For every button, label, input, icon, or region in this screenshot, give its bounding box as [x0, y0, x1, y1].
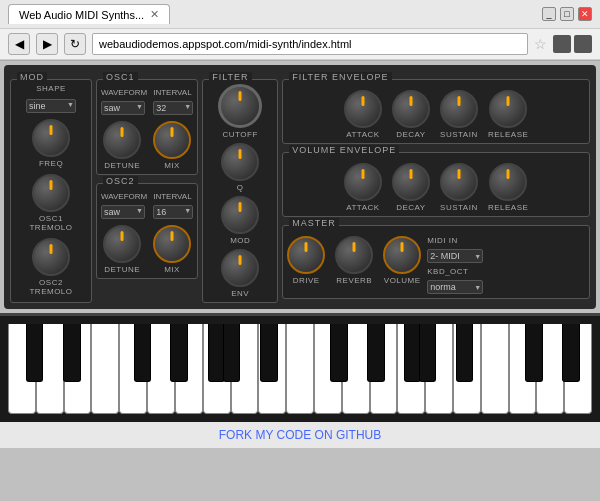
- fenv-decay-container: DECAY: [392, 90, 430, 139]
- synth-main-row: MOD SHAPE sine FREQ OSC1 TREMOLO: [10, 71, 590, 303]
- osc1-header: WAVEFORM saw INTERVAL 32: [101, 84, 193, 115]
- fenv-release-container: RELEASE: [488, 90, 528, 139]
- fenv-sustain-label: SUSTAIN: [440, 130, 478, 139]
- osc2-tremolo-container: OSC2 TREMOLO: [29, 238, 72, 296]
- fenv-decay-label: DECAY: [396, 130, 425, 139]
- right-panel: FILTER ENVELOPE ATTACK DECAY SUSTAIN: [282, 71, 590, 303]
- master-selects: MIDI IN 2- MIDI KBD_OCT norma: [427, 236, 483, 294]
- reverb-knob[interactable]: [335, 236, 373, 274]
- fenv-release-knob[interactable]: [489, 90, 527, 128]
- shape-select[interactable]: sine: [26, 99, 76, 113]
- osc1-tremolo-knob[interactable]: [32, 174, 70, 212]
- venv-sustain-container: SUSTAIN: [440, 163, 478, 212]
- osc1-waveform-group: WAVEFORM saw: [101, 88, 147, 115]
- osc1-mix-label: MIX: [164, 161, 180, 170]
- osc1-detune-knob[interactable]: [103, 121, 141, 159]
- kbd-oct-wrapper: norma: [427, 280, 483, 294]
- midi-in-wrapper: 2- MIDI: [427, 249, 483, 263]
- black-key-cs4b[interactable]: [223, 324, 241, 382]
- venv-attack-knob[interactable]: [344, 163, 382, 201]
- q-container: Q: [221, 143, 259, 192]
- midi-in-select[interactable]: 2- MIDI: [427, 249, 483, 263]
- black-key-cs5[interactable]: [419, 324, 437, 382]
- tab-close-button[interactable]: ✕: [150, 8, 159, 21]
- osc2-label: OSC2: [103, 176, 138, 186]
- osc2-waveform-select[interactable]: saw: [101, 205, 145, 219]
- volume-label: VOLUME: [384, 276, 421, 285]
- osc2-interval-wrapper: 16: [153, 201, 193, 219]
- osc2-detune-knob[interactable]: [103, 225, 141, 263]
- black-key-ds5[interactable]: [456, 324, 474, 382]
- midi-in-row: MIDI IN: [427, 236, 483, 245]
- osc1-waveform-wrapper: saw: [101, 97, 145, 115]
- volume-knob[interactable]: [383, 236, 421, 274]
- osc1-section: OSC1 WAVEFORM saw INTERVAL: [96, 79, 198, 175]
- osc2-detune-label: DETUNE: [104, 265, 140, 274]
- osc2-tremolo-knob[interactable]: [32, 238, 70, 276]
- osc1-tremolo-container: OSC1 TREMOLO: [29, 174, 72, 232]
- volume-envelope-knobs: ATTACK DECAY SUSTAIN RELEASE: [287, 157, 585, 212]
- back-button[interactable]: ◀: [8, 33, 30, 55]
- white-key-f5[interactable]: [481, 324, 509, 414]
- fenv-sustain-knob[interactable]: [440, 90, 478, 128]
- drive-knob[interactable]: [287, 236, 325, 274]
- forward-button[interactable]: ▶: [36, 33, 58, 55]
- osc2-section: OSC2 WAVEFORM saw INTERVAL: [96, 183, 198, 279]
- osc1-mix-knob[interactable]: [153, 121, 191, 159]
- fenv-decay-knob[interactable]: [392, 90, 430, 128]
- q-knob[interactable]: [221, 143, 259, 181]
- shape-label: SHAPE: [36, 84, 66, 93]
- filter-envelope-label: FILTER ENVELOPE: [289, 72, 391, 82]
- address-bar[interactable]: [92, 33, 528, 55]
- black-key-gs5[interactable]: [562, 324, 580, 382]
- fenv-attack-knob[interactable]: [344, 90, 382, 128]
- piano: .bk { position:absolute; background:#111…: [8, 324, 592, 414]
- venv-sustain-knob[interactable]: [440, 163, 478, 201]
- venv-decay-knob[interactable]: [392, 163, 430, 201]
- black-key-ds3[interactable]: [63, 324, 81, 382]
- filter-mod-knob[interactable]: [221, 196, 259, 234]
- white-key-f3[interactable]: [91, 324, 119, 414]
- title-bar: Web Audio MIDI Synths... ✕ _ □ ✕: [0, 0, 600, 29]
- volume-envelope-section: VOLUME ENVELOPE ATTACK DECAY SUSTAIN: [282, 152, 590, 217]
- black-key-fs4[interactable]: [330, 324, 348, 382]
- venv-attack-label: ATTACK: [346, 203, 379, 212]
- venv-attack-container: ATTACK: [344, 163, 382, 212]
- osc2-waveform-group: WAVEFORM saw: [101, 192, 147, 219]
- osc2-interval-select[interactable]: 16: [153, 205, 193, 219]
- black-key-fs3[interactable]: [134, 324, 152, 382]
- black-key-ds4[interactable]: [260, 324, 278, 382]
- venv-release-knob[interactable]: [489, 163, 527, 201]
- browser-tab[interactable]: Web Audio MIDI Synths... ✕: [8, 4, 170, 24]
- kbd-oct-label: KBD_OCT: [427, 267, 468, 276]
- footer: FORK MY CODE ON GITHUB: [0, 422, 600, 448]
- osc1-interval-select[interactable]: 32: [153, 101, 193, 115]
- osc2-waveform-label: WAVEFORM: [101, 192, 147, 201]
- osc1-waveform-select[interactable]: saw: [101, 101, 145, 115]
- white-key-f4[interactable]: [286, 324, 314, 414]
- black-key-fs5[interactable]: [525, 324, 543, 382]
- black-key-gs3[interactable]: [170, 324, 188, 382]
- osc2-mix-label: MIX: [164, 265, 180, 274]
- close-button[interactable]: ✕: [578, 7, 592, 21]
- cutoff-container: CUTOFF: [218, 84, 262, 139]
- freq-knob[interactable]: [32, 119, 70, 157]
- filter-env-knob[interactable]: [221, 249, 259, 287]
- minimize-button[interactable]: _: [542, 7, 556, 21]
- ext-icon-1: [553, 35, 571, 53]
- shape-control: SHAPE sine: [26, 84, 76, 113]
- reverb-container: REVERB: [335, 236, 373, 285]
- github-link[interactable]: FORK MY CODE ON GITHUB: [219, 428, 381, 442]
- q-label: Q: [237, 183, 244, 192]
- osc2-mix-knob[interactable]: [153, 225, 191, 263]
- venv-decay-label: DECAY: [396, 203, 425, 212]
- maximize-button[interactable]: □: [560, 7, 574, 21]
- kbd-oct-select[interactable]: norma: [427, 280, 483, 294]
- osc1-interval-group: INTERVAL 32: [153, 88, 193, 115]
- cutoff-knob[interactable]: [218, 84, 262, 128]
- black-key-cs3[interactable]: [26, 324, 44, 382]
- bookmark-icon[interactable]: ☆: [534, 36, 547, 52]
- refresh-button[interactable]: ↻: [64, 33, 86, 55]
- black-key-gs4[interactable]: [367, 324, 385, 382]
- master-section: MASTER DRIVE REVERB VOLUME: [282, 225, 590, 299]
